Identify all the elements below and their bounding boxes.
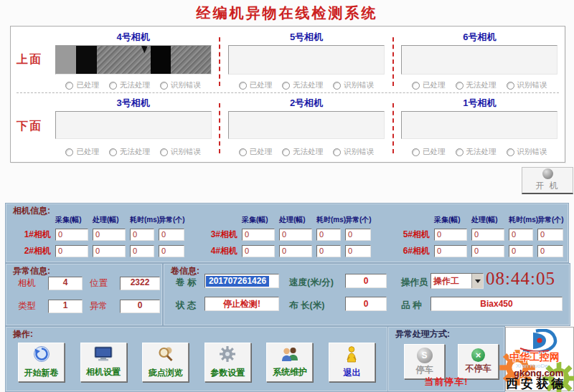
camera-3-abnormal-field[interactable]: 0 <box>345 229 371 241</box>
camera-3-radio-unprocessable[interactable]: 无法处理 <box>109 147 150 157</box>
camera-panel-6: 6号相机 已处理 无法处理 识别错误 <box>395 29 565 90</box>
exit-button[interactable]: 退出 <box>329 343 375 382</box>
camera-6-radio-processed[interactable]: 已处理 <box>412 80 446 90</box>
camera-5-time-field[interactable]: 0 <box>509 229 533 241</box>
camera-2-time-field[interactable]: 0 <box>130 245 154 257</box>
radio-label: 识别错误 <box>171 147 201 157</box>
roll-info-panel: 卷信息: 卷 标 201707261426 速度(米/分) 0 操作员 操作工 … <box>164 264 570 325</box>
camera-3-capture-field[interactable]: 0 <box>242 229 275 241</box>
camera-1-processed-field[interactable]: 0 <box>93 229 126 241</box>
radio-icon <box>160 82 168 90</box>
camera-info-panel: 相机信息: 采集(幅) 处理(幅) 耗时(ms) 异常(个) 1#相机 0 0 … <box>6 204 568 262</box>
button-label: 疵点浏览 <box>149 367 183 379</box>
operator-label: 操作员 <box>401 277 428 289</box>
red-dashed-divider <box>392 37 394 86</box>
camera-1-capture-field[interactable]: 0 <box>55 229 88 241</box>
exception-info-caption: 异常信息: <box>13 265 50 277</box>
exception-camera-field[interactable]: 4 <box>48 277 83 290</box>
radio-icon <box>507 148 514 156</box>
camera-2-image-display <box>228 111 385 139</box>
speed-label: 速度(米/分) <box>289 277 334 289</box>
camera-2-processed-field[interactable]: 0 <box>93 245 126 257</box>
no-stop-button[interactable]: 不停车 <box>458 344 499 379</box>
camera-5-radio-unprocessable[interactable]: 无法处理 <box>282 80 323 90</box>
row-divider <box>17 92 559 93</box>
exception-position-label: 位置 <box>90 277 113 290</box>
camera-1-abnormal-field[interactable]: 0 <box>159 229 184 241</box>
camera-settings-button[interactable]: 相机设置 <box>80 343 127 382</box>
power-sphere-icon <box>542 168 553 179</box>
start-new-roll-button[interactable]: 开始新卷 <box>18 343 65 382</box>
camera-6-radio-unprocessable[interactable]: 无法处理 <box>456 80 497 90</box>
camera-6-radio-misidentified[interactable]: 识别错误 <box>507 80 547 90</box>
col-header: 耗时(ms) <box>316 215 341 225</box>
radio-label: 识别错误 <box>517 80 547 90</box>
exception-type-field[interactable]: 1 <box>48 300 83 313</box>
operations-caption: 操作: <box>13 328 33 340</box>
camera-4-time-field[interactable]: 0 <box>316 245 341 257</box>
camera-3-radio-misidentified[interactable]: 识别错误 <box>160 147 201 157</box>
operator-combobox[interactable]: 操作工 <box>430 273 484 289</box>
camera-3-radio-processed[interactable]: 已处理 <box>65 147 99 157</box>
camera-4-processed-field[interactable]: 0 <box>279 245 312 257</box>
red-dashed-divider <box>219 37 220 86</box>
camera-5-radio-misidentified[interactable]: 识别错误 <box>333 80 374 90</box>
radio-label: 识别错误 <box>344 147 374 157</box>
camera-5-abnormal-field[interactable]: 0 <box>537 229 563 241</box>
camera-2-radio-processed[interactable]: 已处理 <box>239 147 273 157</box>
camera-6-processed-field[interactable]: 0 <box>471 245 504 257</box>
radio-icon <box>160 148 168 156</box>
system-maintenance-button[interactable]: 系统维护 <box>266 343 313 382</box>
camera-3-processed-field[interactable]: 0 <box>279 229 312 241</box>
camera-3-row-label: 3#相机 <box>202 229 237 241</box>
people-icon <box>281 347 299 365</box>
camera-4-radio-unprocessable[interactable]: 无法处理 <box>109 80 150 90</box>
camera-4-radio-processed[interactable]: 已处理 <box>65 80 99 90</box>
camera-6-capture-field[interactable]: 0 <box>434 245 467 257</box>
col-header: 耗时(ms) <box>509 215 533 225</box>
roll-id-field[interactable]: 201707261426 <box>204 274 279 288</box>
camera-panel-5: 5号相机 已处理 无法处理 识别错误 <box>221 29 391 90</box>
stop-machine-button[interactable]: 停车 <box>404 344 445 379</box>
camera-4-row-label: 4#相机 <box>202 245 237 257</box>
exception-position-field[interactable]: 2322 <box>120 277 160 290</box>
camera-4-abnormal-field[interactable]: 0 <box>345 245 371 257</box>
dropdown-button[interactable] <box>471 274 483 288</box>
camera-2-radio-unprocessable[interactable]: 无法处理 <box>282 147 323 157</box>
camera-2-abnormal-field[interactable]: 0 <box>159 245 184 257</box>
camera-4-capture-field[interactable]: 0 <box>242 245 275 257</box>
speed-field[interactable]: 0 <box>345 274 387 288</box>
camera-6-time-field[interactable]: 0 <box>509 245 533 257</box>
camera-2-capture-field[interactable]: 0 <box>55 245 88 257</box>
camera-1-radio-unprocessable[interactable]: 无法处理 <box>456 147 497 157</box>
radio-label: 无法处理 <box>466 80 497 90</box>
exception-abnormal-field[interactable]: 0 <box>120 300 160 313</box>
camera-5-processed-field[interactable]: 0 <box>471 229 504 241</box>
camera-3-image-display <box>55 111 212 139</box>
camera-1-radio-processed[interactable]: 已处理 <box>412 147 446 157</box>
camera-info-group-56: 采集(幅) 处理(幅) 耗时(ms) 异常(个) 5#相机 0 0 0 0 6#… <box>394 215 563 257</box>
radio-label: 已处理 <box>423 80 446 90</box>
camera-6-abnormal-field[interactable]: 0 <box>537 245 563 257</box>
camera-1-time-field[interactable]: 0 <box>130 229 154 241</box>
length-field[interactable]: 0 <box>345 297 387 311</box>
status-field[interactable]: 停止检测! <box>204 297 279 311</box>
camera-2-radio-misidentified[interactable]: 识别错误 <box>333 147 374 157</box>
radio-label: 识别错误 <box>517 147 547 157</box>
camera-6-row-label: 6#相机 <box>394 245 430 257</box>
operations-panel: 操作: 开始新卷 相机设置 疵点浏览 参数设置 系统维护 退出 <box>6 327 387 391</box>
radio-icon <box>282 148 290 156</box>
camera-3-time-field[interactable]: 0 <box>316 229 341 241</box>
camera-5-capture-field[interactable]: 0 <box>434 229 467 241</box>
parameter-settings-button[interactable]: 参数设置 <box>204 343 251 382</box>
power-on-button[interactable]: 开 机 <box>522 167 573 194</box>
col-header: 异常(个) <box>537 215 563 225</box>
camera-2-row-label: 2#相机 <box>15 245 51 257</box>
camera-5-radio-processed[interactable]: 已处理 <box>239 80 273 90</box>
camera-5-row-label: 5#相机 <box>394 229 430 241</box>
variety-field[interactable]: Biax450 <box>430 297 563 311</box>
defect-browse-button[interactable]: 疵点浏览 <box>142 343 189 382</box>
camera-4-radio-misidentified[interactable]: 识别错误 <box>160 80 201 90</box>
camera-1-radio-misidentified[interactable]: 识别错误 <box>507 147 547 157</box>
exception-camera-label: 相机 <box>18 277 41 290</box>
